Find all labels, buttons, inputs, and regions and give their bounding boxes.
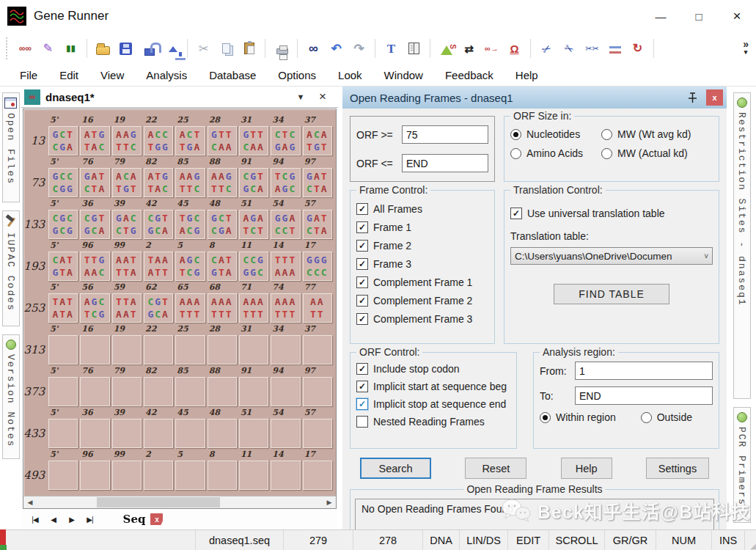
checkbox-complement-frame-3[interactable]: ✓Complement Frame 3 xyxy=(356,309,488,328)
codon-cell[interactable]: AAATTT xyxy=(175,293,205,323)
restriction-table-button[interactable]: ✂✂ xyxy=(581,37,603,60)
checkbox-complement-frame-1[interactable]: ✓Complement Frame 1 xyxy=(356,273,488,291)
unlock-button[interactable] xyxy=(137,37,160,60)
codon-cell[interactable]: TAAATT xyxy=(144,252,173,281)
dna-sequence-button[interactable]: ∞∞ xyxy=(14,37,37,60)
codon-cell[interactable] xyxy=(112,377,142,406)
codon-cell[interactable] xyxy=(48,335,78,364)
codon-cell[interactable] xyxy=(239,419,268,448)
codon-cell[interactable]: TGCACG xyxy=(175,210,205,239)
restriction-map-button[interactable]: ✂ xyxy=(558,37,581,60)
radio-amino-acids[interactable]: Amino Acids xyxy=(510,147,601,159)
codon-cell[interactable]: AATT xyxy=(303,293,332,323)
horizontal-scrollbar[interactable]: ◀ ▶ xyxy=(23,496,336,508)
codon-cell[interactable]: GACCTG xyxy=(112,210,142,239)
codon-cell[interactable]: GCTCGA xyxy=(208,210,237,239)
menu-view[interactable]: View xyxy=(89,69,135,81)
checkbox-frame-1[interactable]: ✓Frame 1 xyxy=(356,218,488,236)
checkbox-frame-2[interactable]: ✓Frame 2 xyxy=(356,236,488,254)
codon-cell[interactable]: GATCTA xyxy=(80,168,109,197)
codon-cell[interactable]: AAGTTC xyxy=(112,126,142,155)
sidebar-tab-version-notes[interactable]: Version Notes xyxy=(2,334,20,459)
codon-cell[interactable] xyxy=(239,461,268,490)
codon-cell[interactable]: ATGTAC xyxy=(144,168,173,197)
codon-cell[interactable] xyxy=(271,419,300,448)
codon-cell[interactable] xyxy=(112,335,142,364)
codon-cell[interactable] xyxy=(144,461,173,490)
menu-file[interactable]: File xyxy=(9,69,48,81)
checkbox-use-universal-translation-table[interactable]: ✓Use universal translation table xyxy=(510,204,713,222)
codon-cell[interactable] xyxy=(303,419,332,448)
codon-cell[interactable]: ACATGT xyxy=(112,168,142,197)
codon-cell[interactable]: GATCTA xyxy=(303,210,332,239)
codon-cell[interactable]: AAGTTC xyxy=(208,168,237,197)
codon-cell[interactable]: TTTAAA xyxy=(271,252,300,281)
scrollbar-thumb[interactable] xyxy=(97,497,220,507)
redo-button[interactable]: ↷ xyxy=(348,37,370,60)
codon-cell[interactable] xyxy=(144,419,173,448)
dna-analysis-button[interactable] xyxy=(435,37,458,60)
codon-cell[interactable] xyxy=(80,335,109,364)
radio-nucleotides[interactable]: Nucleotides xyxy=(510,128,601,140)
codon-cell[interactable] xyxy=(271,335,300,364)
codon-cell[interactable] xyxy=(271,377,300,406)
minimize-button[interactable]: — xyxy=(642,0,680,32)
codon-cell[interactable]: AGATCT xyxy=(239,210,268,239)
paste-button[interactable] xyxy=(238,37,260,60)
menu-database[interactable]: Database xyxy=(198,69,267,81)
codon-cell[interactable]: AAATTT xyxy=(239,293,268,323)
orf-results-box[interactable]: No Open Reading Frames Found xyxy=(355,499,714,529)
checkbox-nested-reading-frames[interactable]: Nested Reading Frames xyxy=(356,413,510,430)
orf-min-input[interactable] xyxy=(402,125,488,144)
close-button[interactable]: × xyxy=(718,0,756,32)
codon-cell[interactable]: CGTGCA xyxy=(239,168,268,197)
sequence-grid[interactable]: 135'GCTCGA16ATGTAC19AAGTTC22ACCTGG25ACTT… xyxy=(23,109,336,496)
radio-outside[interactable]: Outside xyxy=(641,411,692,423)
codon-cell[interactable]: TTAAAT xyxy=(112,293,142,323)
codon-cell[interactable] xyxy=(175,377,205,406)
scrollbar-track[interactable] xyxy=(37,496,323,508)
codon-cell[interactable]: AGCTCG xyxy=(175,252,205,281)
radio-within-region[interactable]: Within region xyxy=(540,411,616,423)
align-sequences-button[interactable]: ▮▮ xyxy=(59,37,82,60)
checkbox-all-frames[interactable]: ✓All Frames xyxy=(356,199,488,218)
codon-cell[interactable]: GCTCGA xyxy=(48,126,78,155)
codon-cell[interactable]: CCGGGC xyxy=(239,252,268,281)
find-button[interactable]: ∞ xyxy=(302,37,325,60)
codon-cell[interactable]: TTGAAC xyxy=(80,252,109,281)
codon-cell[interactable]: CTCGAG xyxy=(271,126,300,155)
codon-cell[interactable]: ACTTGA xyxy=(175,126,205,155)
help-button[interactable]: Help xyxy=(561,458,612,479)
scroll-right-button[interactable]: ▶ xyxy=(323,496,336,508)
sidebar-tab-restriction-sites-dnaseq1[interactable]: Restriction Sites - dnaseq1 xyxy=(733,92,751,399)
codon-cell[interactable]: GATCTA xyxy=(303,168,332,197)
menu-options[interactable]: Options xyxy=(267,69,327,81)
pin-button[interactable] xyxy=(683,92,702,103)
codon-table-button[interactable] xyxy=(403,37,425,60)
toolbar-overflow-button[interactable]: » ▾ xyxy=(743,40,749,56)
region-to-input[interactable] xyxy=(575,386,713,405)
codon-cell[interactable]: AATTTA xyxy=(112,252,142,281)
codon-cell[interactable] xyxy=(112,461,142,490)
codon-cell[interactable]: AGCTCG xyxy=(80,293,109,323)
last-page-button[interactable]: ▶| xyxy=(81,516,99,524)
tab-dropdown-button[interactable]: ▼ xyxy=(293,92,308,101)
copy-button[interactable] xyxy=(215,37,238,60)
resize-grip[interactable]: ◢ xyxy=(744,530,756,550)
checkbox-complement-frame-2[interactable]: ✓Complement Frame 2 xyxy=(356,291,488,309)
codon-cell[interactable] xyxy=(144,377,173,406)
checkbox-include-stop-codon[interactable]: ✓Include stop codon xyxy=(356,360,510,378)
codon-cell[interactable]: CGCGCG xyxy=(48,210,78,239)
codon-cell[interactable] xyxy=(303,377,332,406)
swap-strands-button[interactable]: ⇄ xyxy=(458,37,480,60)
codon-cell[interactable] xyxy=(271,461,300,490)
prev-page-button[interactable]: ◀ xyxy=(44,516,62,524)
codon-cell[interactable] xyxy=(175,461,205,490)
codon-cell[interactable]: CGTGCA xyxy=(144,210,173,239)
codon-cell[interactable]: ACATGT xyxy=(303,126,332,155)
print-button[interactable] xyxy=(270,37,293,60)
refresh-button[interactable]: ↻ xyxy=(626,37,649,60)
settings-button[interactable]: Settings xyxy=(646,458,709,479)
orf-dialog-close-button[interactable]: x xyxy=(706,89,723,106)
radio-mw-actual-kd-[interactable]: MW (Actual kd) xyxy=(601,147,713,159)
